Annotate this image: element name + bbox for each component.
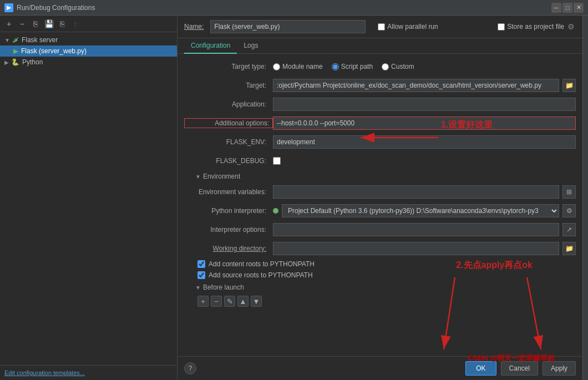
python-interpreter-control-area: Project Default (Python 3.6 (pytorch-py3… bbox=[273, 204, 576, 217]
application-input[interactable] bbox=[273, 98, 576, 111]
flask-debug-row: FLASK_DEBUG: bbox=[184, 154, 576, 168]
add-content-roots-checkbox[interactable] bbox=[197, 260, 205, 268]
working-dir-label: Working directory: bbox=[184, 245, 273, 252]
save-config-button[interactable]: 💾 bbox=[43, 18, 54, 29]
working-dir-control-area: 📁 bbox=[273, 242, 576, 255]
flask-item-label: Flask (server_web.py) bbox=[21, 47, 87, 55]
flask-env-row: FLASK_ENV: bbox=[184, 135, 576, 149]
before-launch-up-button[interactable]: ▲ bbox=[237, 296, 249, 307]
before-launch-remove-button[interactable]: − bbox=[211, 296, 222, 307]
interpreter-options-label: Interpreter options: bbox=[184, 226, 273, 234]
target-browse-button[interactable]: 📁 bbox=[562, 79, 576, 92]
right-panel: Name: Allow parallel run Store as projec… bbox=[178, 16, 582, 380]
tab-configuration[interactable]: Configuration bbox=[184, 38, 237, 54]
application-row: Application: bbox=[184, 97, 576, 112]
sidebar-group-python[interactable]: ▶ 🐍 Python bbox=[0, 57, 177, 68]
env-vars-row: Environment variables: ⊞ bbox=[184, 185, 576, 199]
edit-templates-link[interactable]: Edit configuration templates... bbox=[4, 369, 85, 376]
add-content-roots-label: Add content roots to PYTHONPATH bbox=[209, 260, 315, 268]
module-name-label: Module name bbox=[282, 63, 323, 70]
sidebar-item-flask-server-web[interactable]: ▶ Flask (server_web.py) bbox=[0, 45, 177, 57]
additional-options-label: Additional options: bbox=[184, 118, 273, 128]
interpreter-settings-button[interactable]: ⚙ bbox=[562, 204, 576, 217]
add-source-roots-label: Add source roots to PYTHONPATH bbox=[209, 271, 313, 279]
allow-parallel-checkbox[interactable] bbox=[378, 23, 385, 31]
title-bar: ▶ Run/Debug Configurations ─ □ ✕ bbox=[0, 0, 588, 16]
cancel-button[interactable]: Cancel bbox=[501, 361, 538, 376]
sidebar-tree: ▼ 🌶 Flask server ▶ Flask (server_web.py)… bbox=[0, 32, 177, 365]
minimize-button[interactable]: ─ bbox=[551, 3, 561, 13]
interpreter-options-row: Interpreter options: ↗ bbox=[184, 222, 576, 237]
add-config-button[interactable]: + bbox=[3, 18, 14, 29]
store-as-project-label: Store as project file bbox=[507, 23, 564, 31]
window-controls: ─ □ ✕ bbox=[551, 3, 584, 13]
before-launch-toolbar: + − ✎ ▲ ▼ bbox=[184, 296, 576, 307]
sidebar-group-flask[interactable]: ▼ 🌶 Flask server bbox=[0, 34, 177, 45]
before-launch-down-button[interactable]: ▼ bbox=[251, 296, 262, 307]
maximize-button[interactable]: □ bbox=[562, 3, 572, 13]
python-interpreter-select[interactable]: Project Default (Python 3.6 (pytorch-py3… bbox=[282, 204, 559, 217]
working-dir-input[interactable] bbox=[273, 242, 559, 255]
store-project-group: Store as project file ⚙ bbox=[498, 22, 576, 31]
paste-config-button[interactable]: ⎘ bbox=[57, 18, 68, 29]
radio-script-path[interactable]: Script path bbox=[332, 63, 373, 70]
target-type-row: Target type: Module name Script path Cus… bbox=[184, 59, 576, 74]
flask-group-label: Flask server bbox=[22, 36, 58, 44]
environment-section-title: Environment bbox=[203, 173, 240, 180]
script-path-label: Script path bbox=[341, 63, 373, 70]
help-button[interactable]: ? bbox=[184, 362, 196, 374]
flask-env-input[interactable] bbox=[273, 135, 576, 149]
env-vars-input[interactable] bbox=[273, 185, 559, 199]
add-content-roots-row: Add content roots to PYTHONPATH bbox=[184, 260, 576, 268]
name-input[interactable] bbox=[210, 20, 366, 33]
radio-custom[interactable]: Custom bbox=[382, 63, 414, 70]
app-icon: ▶ bbox=[4, 3, 13, 12]
flask-group-icon: 🌶 bbox=[12, 36, 19, 44]
before-launch-add-button[interactable]: + bbox=[197, 296, 209, 307]
expand-arrow-flask: ▼ bbox=[4, 37, 10, 43]
before-launch-edit-button[interactable]: ✎ bbox=[224, 296, 235, 307]
flask-env-control-area bbox=[273, 135, 576, 149]
working-dir-browse-button[interactable]: 📁 bbox=[562, 242, 576, 255]
python-group-label: Python bbox=[22, 58, 43, 66]
window-title: Run/Debug Configurations bbox=[17, 4, 95, 12]
target-control-area: 📁 bbox=[273, 79, 576, 92]
ok-button[interactable]: OK bbox=[465, 361, 496, 376]
add-source-roots-checkbox[interactable] bbox=[197, 271, 205, 279]
flask-debug-checkbox[interactable] bbox=[273, 157, 281, 165]
expand-arrow-python: ▶ bbox=[4, 59, 9, 65]
additional-options-input[interactable] bbox=[273, 116, 576, 130]
scrollbar[interactable] bbox=[582, 16, 588, 380]
tab-logs[interactable]: Logs bbox=[237, 38, 265, 54]
sidebar-bottom: Edit configuration templates... bbox=[0, 365, 177, 380]
action-buttons: OK Cancel Apply bbox=[465, 361, 576, 376]
target-type-radio-group: Module name Script path Custom bbox=[273, 63, 576, 70]
flask-debug-label: FLASK_DEBUG: bbox=[184, 157, 273, 165]
store-settings-gear-icon[interactable]: ⚙ bbox=[566, 22, 576, 31]
config-form: Target type: Module name Script path Cus… bbox=[178, 54, 582, 356]
target-label: Target: bbox=[184, 82, 273, 89]
interpreter-options-control-area: ↗ bbox=[273, 223, 576, 236]
before-launch-section: ▼ Before launch + − ✎ ▲ ▼ bbox=[184, 283, 576, 307]
interpreter-options-input[interactable] bbox=[273, 223, 559, 236]
target-row: Target: 📁 bbox=[184, 78, 576, 93]
sort-button[interactable]: ↕ bbox=[70, 18, 81, 29]
environment-section: ▼ Environment bbox=[184, 173, 576, 180]
close-button[interactable]: ✕ bbox=[574, 3, 584, 13]
before-launch-header: ▼ Before launch bbox=[184, 283, 576, 291]
env-vars-label: Environment variables: bbox=[184, 188, 273, 196]
working-dir-row: Working directory: 📁 bbox=[184, 241, 576, 256]
store-as-project-checkbox[interactable] bbox=[498, 23, 505, 31]
additional-options-control-area bbox=[273, 116, 576, 130]
interpreter-options-expand-button[interactable]: ↗ bbox=[562, 223, 576, 236]
remove-config-button[interactable]: − bbox=[17, 18, 28, 29]
custom-label: Custom bbox=[391, 63, 414, 70]
env-vars-browse-button[interactable]: ⊞ bbox=[562, 185, 576, 199]
apply-button[interactable]: Apply bbox=[543, 361, 576, 376]
application-control-area bbox=[273, 98, 576, 111]
copy-config-button[interactable]: ⎘ bbox=[30, 18, 41, 29]
radio-module-name[interactable]: Module name bbox=[273, 63, 323, 70]
target-input[interactable] bbox=[273, 79, 559, 92]
python-group-icon: 🐍 bbox=[11, 58, 19, 66]
environment-expand-icon: ▼ bbox=[195, 174, 201, 180]
